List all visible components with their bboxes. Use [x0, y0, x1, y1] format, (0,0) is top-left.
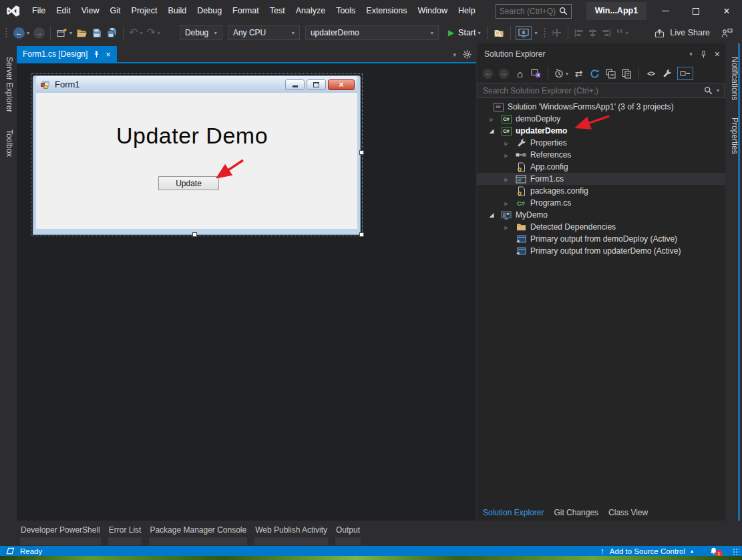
pin-icon[interactable] [700, 50, 707, 59]
navigate-back-button[interactable]: ←▾ [11, 25, 31, 41]
forward-button[interactable]: → [498, 67, 510, 79]
document-list-dropdown-icon[interactable]: ▾ [453, 51, 456, 58]
update-button[interactable]: Update [158, 176, 219, 190]
tree-item-form1-cs[interactable]: ▹ Form1.cs [477, 173, 725, 185]
make-same-size-button[interactable]: ▾ [614, 25, 630, 41]
maximize-button[interactable] [681, 0, 711, 22]
close-button[interactable]: × [711, 0, 742, 22]
undo-button[interactable]: ↶▾ [127, 25, 144, 41]
tree-item-primary-output-from-updaterdemo-active[interactable]: Primary output from updaterDemo (Active) [477, 245, 725, 257]
panel-tab-git-changes[interactable]: Git Changes [554, 508, 598, 517]
bottom-tab-output[interactable]: Output [335, 525, 361, 545]
bottom-tab-package-manager-console[interactable]: Package Manager Console [149, 525, 247, 545]
sidebar-tab-toolbox[interactable]: Toolbox [3, 125, 14, 161]
form-minimize-button[interactable] [285, 79, 305, 90]
expander-collapsed-icon[interactable]: ▹ [501, 200, 512, 207]
solution-configuration-dropdown[interactable]: Debug▾ [180, 25, 222, 40]
background-tasks-icon[interactable] [5, 547, 15, 555]
refresh-icon[interactable] [589, 67, 600, 79]
tree-item-packages-config[interactable]: packages.config [477, 185, 725, 197]
tree-item-mydemo[interactable]: ◢ MyDemo [477, 209, 725, 221]
menu-project[interactable]: Project [126, 0, 163, 22]
pin-icon[interactable] [93, 50, 100, 58]
tree-item-detected-dependencies[interactable]: ▹ Detected Dependencies [477, 221, 725, 233]
expander-collapsed-icon[interactable]: ▹ [501, 139, 512, 147]
search-options-icon[interactable]: ▾ [717, 87, 719, 93]
menu-view[interactable]: View [76, 0, 105, 22]
menu-test[interactable]: Test [264, 0, 291, 22]
tree-item-demodeploy[interactable]: ▹ C# demoDeploy [477, 113, 725, 125]
menu-window[interactable]: Window [412, 0, 452, 22]
designer-canvas[interactable]: Form1 × Updater Demo Update [17, 63, 476, 521]
menu-tools[interactable]: Tools [331, 0, 361, 22]
file-nesting-icon[interactable] [621, 67, 632, 79]
resize-handle-corner[interactable] [359, 232, 364, 237]
save-button[interactable] [89, 25, 104, 41]
new-project-button[interactable]: ▾ [54, 25, 74, 41]
panel-menu-icon[interactable]: ▾ [689, 51, 693, 57]
panel-tab-solution-explorer[interactable]: Solution Explorer [483, 508, 544, 517]
close-panel-icon[interactable]: × [715, 49, 720, 59]
tree-item-updaterdemo[interactable]: ◢ C# updaterDemo [477, 125, 725, 137]
menu-debug[interactable]: Debug [192, 0, 227, 22]
pending-changes-filter-icon[interactable]: ▾ [554, 67, 568, 79]
align-centers-button[interactable] [586, 25, 600, 41]
align-rights-button[interactable] [600, 25, 614, 41]
properties-wrench-icon[interactable] [661, 67, 673, 79]
quick-search-input[interactable] [500, 7, 559, 16]
redo-button[interactable]: ↷▾ [144, 25, 162, 41]
expander-expanded-icon[interactable]: ◢ [486, 127, 497, 134]
preview-in-browser-button[interactable] [516, 26, 532, 40]
menu-edit[interactable]: Edit [51, 0, 76, 22]
resize-handle-bottom[interactable] [192, 232, 197, 237]
expander-collapsed-icon[interactable]: ▹ [501, 224, 512, 231]
add-to-source-control-button[interactable]: Add to Source Control [610, 547, 685, 555]
bottom-tab-web-publish-activity[interactable]: Web Publish Activity [254, 525, 328, 545]
close-tab-icon[interactable]: × [106, 50, 111, 59]
solution-platform-dropdown[interactable]: Any CPU▾ [228, 25, 300, 40]
expander-collapsed-icon[interactable]: ▹ [501, 152, 512, 159]
back-button[interactable]: ← [482, 67, 494, 79]
tree-item-app-config[interactable]: App.config [477, 161, 725, 173]
view-code-icon[interactable]: <> [645, 67, 657, 79]
open-file-button[interactable] [74, 25, 89, 41]
minimize-button[interactable] [650, 0, 681, 22]
solution-explorer-search[interactable]: ▾ [478, 83, 725, 98]
expander-collapsed-icon[interactable]: ▹ [501, 176, 512, 183]
resize-grip[interactable] [733, 548, 739, 555]
toolbar-grip[interactable] [543, 27, 546, 39]
snap-to-grid-button[interactable] [550, 25, 564, 41]
menu-format[interactable]: Format [227, 0, 264, 22]
toolbar-grip[interactable] [5, 27, 8, 39]
navigate-forward-button[interactable]: → [31, 25, 47, 41]
tab-form1-design[interactable]: Form1.cs [Design] × [17, 46, 117, 62]
window-options-gear-icon[interactable] [463, 50, 472, 59]
resize-handle-right[interactable] [359, 150, 364, 155]
align-lefts-button[interactable] [572, 25, 586, 41]
expander-collapsed-icon[interactable]: ▹ [486, 115, 497, 123]
startup-project-dropdown[interactable]: updaterDemo▾ [305, 25, 439, 40]
find-in-files-button[interactable] [491, 25, 507, 41]
menu-extensions[interactable]: Extensions [361, 0, 412, 22]
sync-with-active-document-icon[interactable]: ⇄ [573, 67, 584, 79]
menu-analyze[interactable]: Analyze [291, 0, 331, 22]
menu-help[interactable]: Help [453, 0, 481, 22]
notifications-button[interactable]: 1 [709, 547, 718, 555]
preview-selected-items-button[interactable] [677, 67, 693, 80]
menu-build[interactable]: Build [162, 0, 192, 22]
menu-git[interactable]: Git [105, 0, 126, 22]
solution-search-input[interactable] [483, 86, 704, 95]
start-debugging-button[interactable]: ▶ Start ▾ [448, 28, 481, 37]
quick-search[interactable] [496, 4, 572, 19]
bottom-tab-developer-powershell[interactable]: Developer PowerShell [20, 525, 101, 545]
designed-form[interactable]: Form1 × Updater Demo Update [33, 75, 361, 235]
form-maximize-button[interactable] [307, 79, 326, 90]
collapse-all-icon[interactable] [605, 67, 616, 79]
sidebar-tab-server-explorer[interactable]: Server Explorer [3, 53, 14, 116]
form-close-button[interactable]: × [328, 79, 355, 90]
switch-views-icon[interactable] [530, 67, 542, 79]
bottom-tab-error-list[interactable]: Error List [108, 525, 142, 545]
feedback-button[interactable] [721, 28, 733, 38]
panel-tab-class-view[interactable]: Class View [608, 508, 648, 517]
menu-file[interactable]: File [27, 0, 51, 22]
